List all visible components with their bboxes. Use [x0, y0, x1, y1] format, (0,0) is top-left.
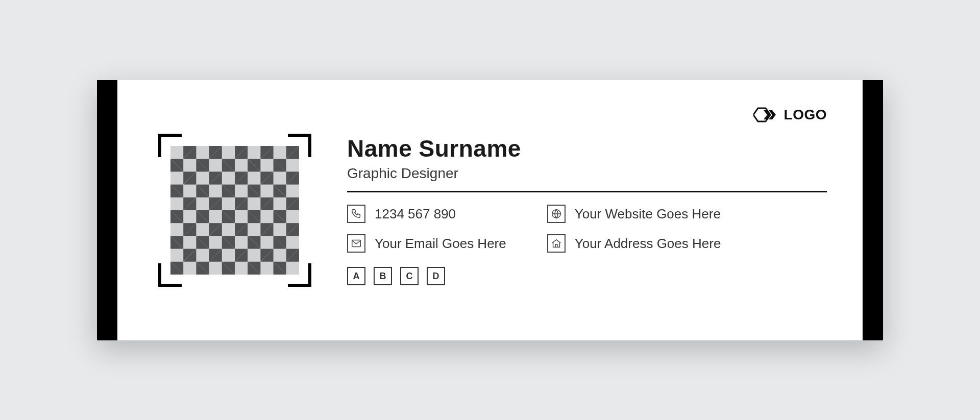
home-icon [547, 234, 566, 253]
email-row: Your Email Goes Here [347, 234, 506, 253]
website-value: Your Website Goes Here [575, 206, 721, 222]
accent-bar-left [97, 80, 117, 340]
email-icon [347, 234, 365, 253]
logo-block: LOGO [753, 107, 827, 123]
checker-pattern [170, 146, 299, 275]
accent-bar-right [863, 80, 883, 340]
divider-line [347, 191, 827, 192]
frame-corner [158, 134, 182, 157]
website-row: Your Website Goes Here [547, 205, 721, 223]
phone-value: 1234 567 890 [375, 206, 456, 222]
logo-text: LOGO [784, 107, 827, 123]
social-icons-row: A B C D [347, 267, 827, 285]
svg-marker-3 [764, 110, 771, 119]
contact-column-right: Your Website Goes Here Your Address Goes… [547, 205, 721, 253]
social-icon-d[interactable]: D [427, 267, 445, 285]
frame-corner [288, 134, 311, 157]
address-row: Your Address Goes Here [547, 234, 721, 253]
address-value: Your Address Goes Here [575, 236, 721, 252]
phone-row: 1234 567 890 [347, 205, 506, 223]
photo-placeholder [158, 134, 311, 287]
social-icon-c[interactable]: C [400, 267, 419, 285]
email-value: Your Email Goes Here [375, 236, 506, 252]
social-icon-b[interactable]: B [374, 267, 392, 285]
contact-column-left: 1234 567 890 Your Email Goes Here [347, 205, 506, 253]
content-area: Name Surname Graphic Designer 1234 567 8… [117, 80, 863, 340]
frame-corner [288, 263, 311, 287]
frame-corner [158, 263, 182, 287]
social-icon-a[interactable]: A [347, 267, 365, 285]
phone-icon [347, 205, 365, 223]
contact-details: 1234 567 890 Your Email Goes Here [347, 205, 827, 253]
person-name: Name Surname [347, 135, 827, 162]
logo-mark-icon [753, 107, 777, 123]
signature-card: Name Surname Graphic Designer 1234 567 8… [97, 80, 883, 340]
globe-icon [547, 205, 566, 223]
info-block: Name Surname Graphic Designer 1234 567 8… [347, 135, 827, 285]
job-title: Graphic Designer [347, 165, 827, 182]
